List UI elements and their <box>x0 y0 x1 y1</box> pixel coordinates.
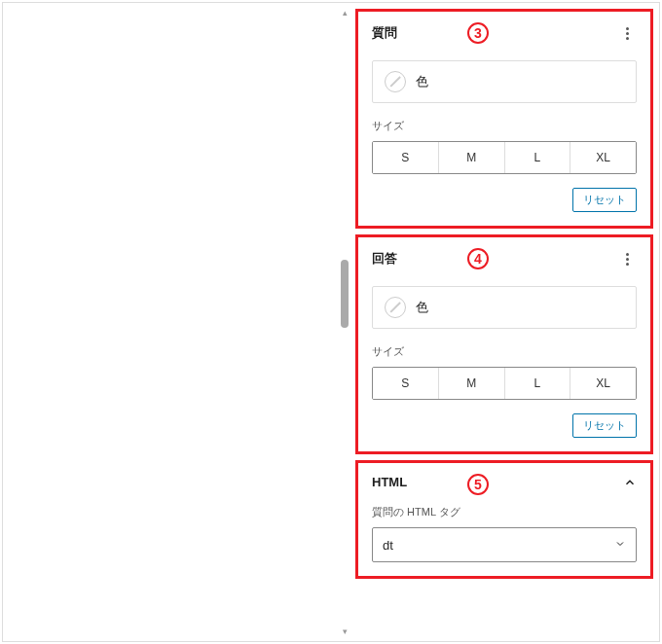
panel-answer: 4 回答 色 サイズ S M L XL リセット <box>355 234 653 454</box>
color-swatch-none-icon <box>385 71 406 92</box>
chevron-down-icon <box>614 536 626 554</box>
sidebar: 3 質問 色 サイズ S M L XL リセット <box>353 3 655 641</box>
size-m-button[interactable]: M <box>439 142 505 173</box>
more-options-icon[interactable] <box>617 249 637 268</box>
annotation-marker-5: 5 <box>467 474 489 495</box>
size-button-group: S M L XL <box>372 367 637 400</box>
size-field-label: サイズ <box>372 119 637 133</box>
color-label: 色 <box>416 299 428 316</box>
reset-button[interactable]: リセット <box>572 188 637 212</box>
size-s-button[interactable]: S <box>373 142 439 173</box>
panel-title-answer: 回答 <box>372 250 397 268</box>
select-value: dt <box>383 538 393 553</box>
html-tag-select[interactable]: dt <box>372 527 637 562</box>
size-l-button[interactable]: L <box>505 368 571 399</box>
html-tag-field-label: 質問の HTML タグ <box>372 505 637 519</box>
size-field-label: サイズ <box>372 344 637 359</box>
color-picker-button[interactable]: 色 <box>372 286 637 329</box>
more-options-icon[interactable] <box>617 23 637 43</box>
color-label: 色 <box>416 73 428 90</box>
scrollbar-track[interactable]: ▴ ▾ <box>339 3 350 641</box>
scrollbar-thumb[interactable] <box>341 260 349 328</box>
panel-html: 5 HTML 質問の HTML タグ dt <box>355 460 653 579</box>
panel-header[interactable]: HTML <box>372 475 637 489</box>
panel-title-question: 質問 <box>372 24 397 42</box>
size-button-group: S M L XL <box>372 141 637 174</box>
size-xl-button[interactable]: XL <box>570 368 636 399</box>
size-s-button[interactable]: S <box>373 368 439 399</box>
size-l-button[interactable]: L <box>505 142 571 173</box>
chevron-up-icon <box>623 476 637 489</box>
panel-header: 回答 <box>372 249 637 268</box>
size-m-button[interactable]: M <box>439 368 505 399</box>
annotation-marker-4: 4 <box>467 248 489 269</box>
annotation-marker-3: 3 <box>467 22 489 44</box>
scroll-up-icon[interactable]: ▴ <box>339 7 350 18</box>
panel-header: 質問 <box>372 23 637 43</box>
panel-question: 3 質問 色 サイズ S M L XL リセット <box>355 9 653 229</box>
scroll-down-icon[interactable]: ▾ <box>339 626 350 637</box>
color-picker-button[interactable]: 色 <box>372 60 637 103</box>
reset-button[interactable]: リセット <box>572 413 637 438</box>
size-xl-button[interactable]: XL <box>570 142 636 173</box>
color-swatch-none-icon <box>385 297 406 318</box>
panel-title-html: HTML <box>372 475 407 489</box>
